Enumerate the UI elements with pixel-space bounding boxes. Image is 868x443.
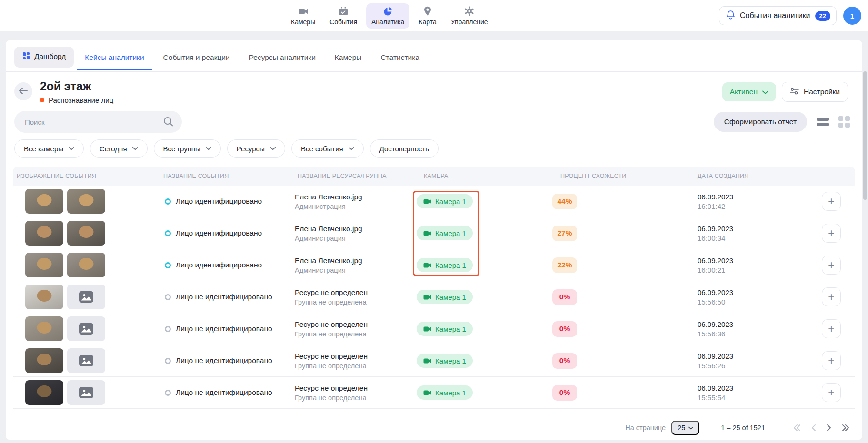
gear-icon — [464, 6, 475, 17]
avatar[interactable]: 1 — [843, 7, 861, 25]
list-view-icon[interactable] — [817, 118, 829, 126]
chevron-left-icon — [811, 424, 817, 432]
toolbar-right: Сформировать отчет — [714, 112, 850, 132]
tab-events-reactions[interactable]: События и реакции — [155, 48, 238, 70]
per-page-label: На странице — [625, 424, 666, 432]
table-row[interactable]: Лицо идентифицировано Елена Левченко.jpg… — [13, 249, 855, 281]
event-snapshot-photo[interactable] — [25, 380, 63, 405]
nav-item-analytics[interactable]: Аналитика — [366, 3, 409, 29]
event-snapshot-photo[interactable] — [25, 253, 63, 277]
event-status-ring-icon — [165, 326, 171, 332]
matched-photo[interactable] — [67, 380, 105, 405]
matched-photo[interactable] — [67, 285, 105, 309]
table-row[interactable]: Лицо не идентифицировано Ресурс не опред… — [13, 313, 855, 345]
resource-name: Ресурс не определен — [295, 320, 415, 329]
page-scrollbar[interactable] — [863, 71, 867, 200]
nav-item-cameras[interactable]: Камеры — [286, 3, 320, 29]
next-page-button[interactable] — [825, 423, 833, 433]
event-images-cell — [13, 189, 160, 214]
row-actions-cell: + — [810, 351, 852, 370]
tab-dashboard[interactable]: Дашборд — [14, 47, 74, 68]
camera-badge: Камера 1 — [417, 258, 473, 272]
row-actions-cell: + — [810, 383, 852, 402]
add-button[interactable]: + — [822, 256, 841, 275]
resource-name: Ресурс не определен — [295, 352, 415, 361]
page-range: 1 – 25 of 1521 — [721, 424, 765, 432]
matched-photo[interactable] — [67, 316, 105, 341]
add-button[interactable]: + — [822, 351, 841, 370]
image-placeholder-icon — [79, 387, 93, 398]
dashboard-icon — [22, 52, 30, 61]
tab-cameras[interactable]: Камеры — [327, 48, 370, 70]
event-name: Лицо не идентифицировано — [176, 325, 272, 333]
filter-confidence[interactable]: Достоверность — [370, 139, 439, 158]
column-header-resource: НАЗВАНИЕ РЕСУРСА/ГРУППА — [294, 173, 415, 179]
table-row[interactable]: Лицо не идентифицировано Ресурс не опред… — [13, 377, 855, 409]
event-snapshot-photo[interactable] — [25, 221, 63, 246]
event-snapshot-photo[interactable] — [25, 189, 63, 214]
add-button[interactable]: + — [822, 192, 841, 211]
grid-view-icon[interactable] — [838, 116, 850, 128]
filter-all-groups[interactable]: Все группы — [154, 139, 221, 158]
settings-button[interactable]: Настройки — [782, 82, 848, 102]
date-cell: 06.09.2023 16:00:21 — [695, 256, 810, 274]
per-page-select[interactable]: 25 — [671, 421, 699, 435]
status-dropdown[interactable]: Активен — [722, 82, 776, 101]
tab-analytics-resources[interactable]: Ресурсы аналитики — [241, 48, 324, 70]
nav-item-management[interactable]: Управление — [446, 3, 493, 29]
nav-label: Аналитика — [371, 18, 404, 26]
row-actions-cell: + — [810, 192, 852, 211]
table-row[interactable]: Лицо не идентифицировано Ресурс не опред… — [13, 345, 855, 377]
tab-statistics[interactable]: Статистика — [372, 48, 427, 70]
search-input[interactable] — [14, 111, 182, 133]
last-page-button[interactable] — [840, 423, 851, 433]
filter-all-cameras[interactable]: Все камеры — [14, 139, 84, 158]
event-snapshot-photo[interactable] — [25, 348, 63, 373]
filter-resources[interactable]: Ресурсы — [227, 139, 285, 158]
add-button[interactable]: + — [822, 287, 841, 306]
prev-page-button[interactable] — [810, 423, 818, 433]
resource-name: Ресурс не определен — [295, 384, 415, 393]
back-button[interactable] — [14, 82, 32, 100]
creation-date: 06.09.2023 — [698, 384, 810, 392]
creation-date: 06.09.2023 — [698, 288, 810, 296]
add-button[interactable]: + — [822, 319, 841, 338]
tab-analytics-cases[interactable]: Кейсы аналитики — [77, 48, 152, 70]
camera-badge-icon — [423, 326, 431, 332]
event-name-cell: Лицо не идентифицировано — [160, 388, 294, 397]
creation-time: 15:56:36 — [698, 330, 810, 338]
generate-report-button[interactable]: Сформировать отчет — [714, 112, 807, 132]
add-button[interactable]: + — [822, 383, 841, 402]
first-page-button[interactable] — [792, 423, 802, 433]
nav-label: Камеры — [291, 18, 315, 26]
matched-photo[interactable] — [67, 253, 105, 277]
resource-cell: Ресурс не определен Группа не определена — [294, 320, 415, 338]
camera-badge-icon — [423, 230, 431, 236]
event-images-cell — [13, 380, 160, 405]
table-row[interactable]: Лицо идентифицировано Елена Левченко.jpg… — [13, 217, 855, 249]
matched-photo[interactable] — [67, 221, 105, 246]
camera-badge: Камера 1 — [417, 194, 473, 208]
event-snapshot-photo[interactable] — [25, 316, 63, 341]
add-button[interactable]: + — [822, 224, 841, 243]
analytics-tabs: Дашборд Кейсы аналитики События и реакци… — [6, 40, 862, 72]
similarity-percent-badge: 22% — [552, 257, 577, 273]
events-button-label: События аналитики — [740, 11, 810, 20]
table-row[interactable]: Лицо не идентифицировано Ресурс не опред… — [13, 281, 855, 313]
nav-item-events[interactable]: События — [324, 3, 362, 29]
table-header: ИЗОБРАЖЕНИЕ СОБЫТИЯ НАЗВАНИЕ СОБЫТИЯ НАЗ… — [13, 167, 855, 186]
matched-photo[interactable] — [67, 189, 105, 214]
analytics-events-button[interactable]: События аналитики 22 — [719, 6, 837, 25]
sliders-icon — [790, 88, 799, 97]
top-bar: Камеры События Аналитика Карта Управлени… — [0, 0, 868, 31]
nav-item-map[interactable]: Карта — [413, 3, 441, 29]
table-row[interactable]: Лицо идентифицировано Елена Левченко.jpg… — [13, 186, 855, 217]
event-status-ring-icon — [165, 198, 171, 205]
events-table: ИЗОБРАЖЕНИЕ СОБЫТИЯ НАЗВАНИЕ СОБЫТИЯ НАЗ… — [13, 167, 855, 409]
filter-today[interactable]: Сегодня — [90, 139, 148, 158]
date-cell: 06.09.2023 16:01:42 — [695, 193, 810, 210]
matched-photo[interactable] — [67, 348, 105, 373]
filter-all-events[interactable]: Все события — [291, 139, 364, 158]
event-snapshot-photo[interactable] — [25, 285, 63, 309]
event-status-ring-icon — [165, 390, 171, 396]
